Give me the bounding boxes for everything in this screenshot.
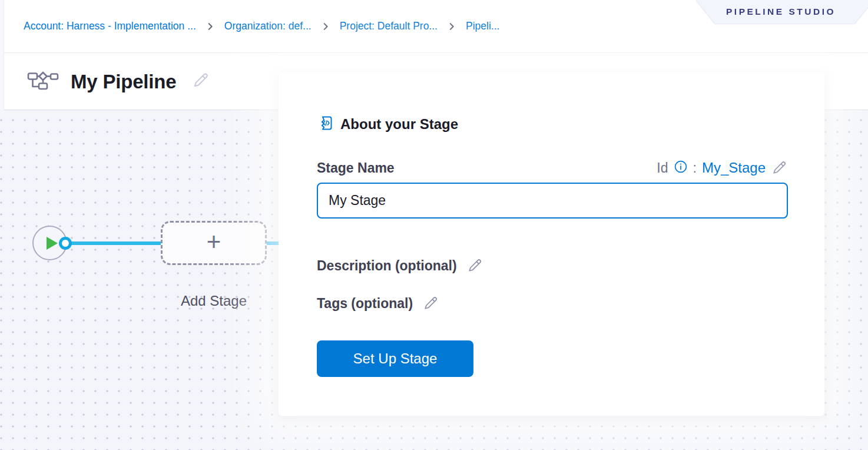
breadcrumb-chevron-icon [205, 21, 216, 32]
flow-connector-line [65, 241, 161, 245]
id-separator: : [693, 160, 697, 176]
play-icon [47, 237, 58, 250]
tags-label: Tags (optional) [317, 296, 413, 312]
edit-tags-icon[interactable] [422, 295, 439, 312]
breadcrumb-pipeline-link[interactable]: Pipeli... [466, 20, 499, 32]
edit-description-icon[interactable] [466, 257, 483, 274]
edit-stage-id-icon[interactable] [771, 160, 787, 176]
page-title: My Pipeline [71, 71, 176, 93]
pipeline-flowchart-icon [27, 71, 59, 92]
description-label: Description (optional) [317, 258, 457, 274]
breadcrumb-chevron-icon [320, 21, 331, 32]
left-edge-divider [0, 0, 4, 110]
stage-id-row: Id : My_Stage [657, 160, 787, 176]
pipeline-studio-app: Account: Harness - Implementation ... Or… [0, 0, 868, 450]
add-stage-label: Add Stage [161, 293, 267, 309]
description-row: Description (optional) [317, 257, 483, 274]
stage-name-label: Stage Name [317, 160, 395, 176]
plus-icon: + [207, 230, 221, 254]
pipeline-studio-badge-shape: PIPELINE STUDIO [688, 0, 868, 24]
pipeline-studio-badge-label: PIPELINE STUDIO [720, 6, 836, 17]
flow-connector-line [267, 241, 280, 245]
set-up-stage-button[interactable]: Set Up Stage [317, 340, 473, 377]
breadcrumb: Account: Harness - Implementation ... Or… [24, 0, 499, 52]
stage-name-input[interactable] [317, 183, 788, 219]
stage-name-row: Stage Name Id : My_Stage [317, 160, 787, 176]
breadcrumb-chevron-icon [446, 21, 457, 32]
breadcrumb-project-link[interactable]: Project: Default Pro... [340, 20, 438, 32]
edit-pipeline-name-icon[interactable] [191, 71, 210, 92]
start-node-port [59, 237, 72, 250]
panel-header: About your Stage [317, 115, 458, 134]
panel-title: About your Stage [340, 116, 458, 133]
breadcrumb-account-link[interactable]: Account: Harness - Implementation ... [24, 20, 196, 32]
info-icon[interactable] [674, 160, 688, 176]
stage-id-value[interactable]: My_Stage [702, 160, 766, 176]
id-label: Id [657, 160, 668, 176]
breadcrumb-organization-link[interactable]: Organization: def... [224, 20, 312, 32]
pipeline-studio-badge: PIPELINE STUDIO [688, 0, 868, 24]
about-stage-panel: About your Stage Stage Name Id : My_Stag… [279, 72, 824, 416]
add-stage-button[interactable]: + [161, 221, 267, 265]
stage-code-icon [317, 115, 333, 134]
tags-row: Tags (optional) [317, 295, 439, 312]
